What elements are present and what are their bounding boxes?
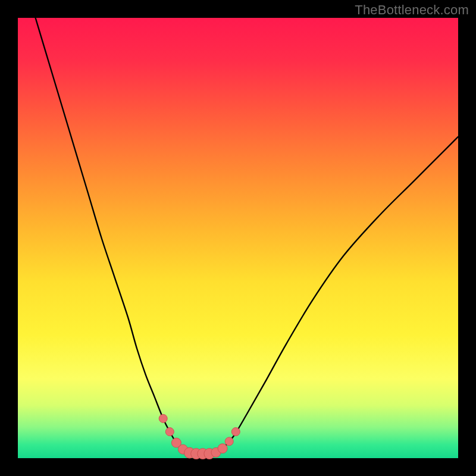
marker-cluster <box>159 414 240 459</box>
marker-dot <box>225 437 233 446</box>
marker-dot <box>159 414 167 422</box>
plot-gradient-area <box>18 18 458 458</box>
bottleneck-curve <box>36 18 458 454</box>
marker-dot <box>218 444 227 453</box>
marker-dot <box>165 428 174 436</box>
chart-svg <box>18 18 458 458</box>
watermark-label: TheBottleneck.com <box>355 2 469 18</box>
marker-dot <box>231 428 240 436</box>
chart-frame: TheBottleneck.com <box>0 0 476 476</box>
